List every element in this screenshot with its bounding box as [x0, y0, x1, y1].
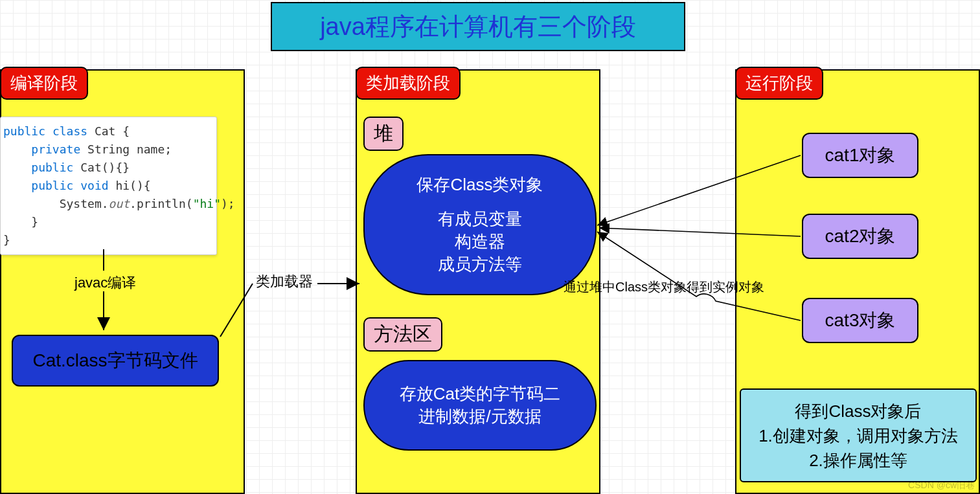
method-area-tag: 方法区: [363, 317, 442, 352]
stage-run-label: 运行阶段: [735, 67, 823, 100]
title-text: java程序在计算机有三个阶段: [320, 10, 636, 43]
cat3-object: cat3对象: [802, 298, 918, 343]
result-box: 得到Class对象后 1.创建对象，调用对象方法 2.操作属性等: [740, 388, 977, 482]
code-snippet: public class Cat { private String name; …: [0, 117, 217, 255]
stage-load-label: 类加载阶段: [356, 67, 461, 100]
watermark: CSDN @cw旧巷: [908, 480, 975, 491]
bytecode-box: Cat.class字节码文件: [12, 335, 219, 387]
heap-tag: 堆: [363, 117, 404, 151]
instance-label: 通过堆中Class类对象得到实例对象: [564, 278, 764, 296]
javac-label: javac编译: [74, 273, 136, 293]
method-area-box: 存放Cat类的字节码二 进制数据/元数据: [363, 360, 597, 451]
cat2-object: cat2对象: [802, 214, 918, 259]
stage-compile-label: 编译阶段: [0, 67, 88, 100]
heap-object-box: 保存Class类对象 有成员变量 构造器 成员方法等: [363, 154, 597, 295]
diagram-title: java程序在计算机有三个阶段: [271, 2, 685, 51]
cat1-object: cat1对象: [802, 133, 918, 178]
classloader-label: 类加载器: [256, 272, 313, 291]
